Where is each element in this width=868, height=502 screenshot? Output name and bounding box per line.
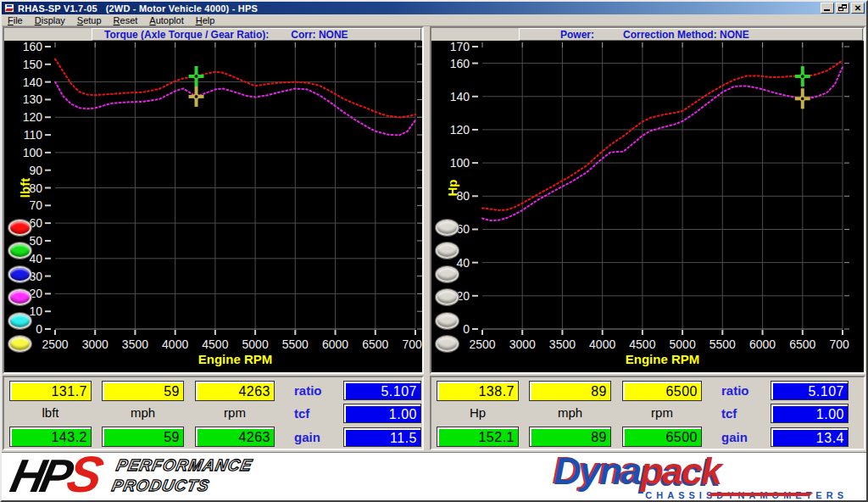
menu-item-file[interactable]: File xyxy=(2,14,29,26)
tcf-value-box: 1.00 xyxy=(771,404,849,423)
tcf-value: 1.00 xyxy=(773,406,848,422)
app-icon xyxy=(4,3,14,13)
menu-bar: File Display Setup Reset Autoplot Help xyxy=(2,14,866,26)
gain-value-box: 13.4 xyxy=(771,427,849,447)
rpm-unit-label: rpm xyxy=(622,405,702,420)
tcf-value: 1.00 xyxy=(346,406,420,422)
torque-chart-panel: Torque (Axle Torque / Gear Ratio): Corr:… xyxy=(3,26,424,374)
svg-text:6500: 6500 xyxy=(789,337,815,351)
torque-peak-speed-box: 59 xyxy=(102,427,184,447)
logo-band: HPS PERFORMANCE PRODUCTS Dynapack CHASSI… xyxy=(2,452,866,500)
torque-peak-value-box: 143.2 xyxy=(9,427,92,447)
restore-button[interactable] xyxy=(836,3,849,14)
svg-text:7000: 7000 xyxy=(829,337,849,351)
curve-select-button[interactable] xyxy=(436,243,459,259)
dynapack-logo-word: Dynapack xyxy=(554,454,853,489)
svg-text:4500: 4500 xyxy=(629,337,655,351)
torque-peak-value: 143.2 xyxy=(12,429,91,446)
gain-value: 13.4 xyxy=(773,430,848,446)
power-cursor-speed-box: 89 xyxy=(529,381,611,401)
torque-peak-speed: 59 xyxy=(104,429,183,446)
torque-cursor-rpm-box: 4263 xyxy=(195,381,275,401)
power-peak-value-box: 152.1 xyxy=(437,427,519,447)
torque-cursor-rpm: 4263 xyxy=(198,383,274,400)
svg-text:2500: 2500 xyxy=(42,337,68,351)
power-chart-title: Power: xyxy=(560,29,594,41)
speed-unit-label: mph xyxy=(102,405,184,420)
curve-select-button[interactable] xyxy=(8,289,31,305)
hps-logo-tagline: PERFORMANCE PRODUCTS xyxy=(110,455,254,496)
dynapack-logo: Dynapack CHASSIS DYNAMOMETERS xyxy=(554,454,853,500)
power-chart[interactable]: 0204060801001201401601702500300035004000… xyxy=(431,41,849,372)
power-chart-top-strip: Power: Correction Method: NONE xyxy=(431,28,864,41)
title-bar: RHAS-SP V1.7-05 (2WD - Motor Vehicle 400… xyxy=(2,2,866,14)
torque-chart[interactable]: 0102030405060708090100110120130140150160… xyxy=(4,41,422,372)
svg-text:5000: 5000 xyxy=(670,337,696,351)
svg-text:5000: 5000 xyxy=(242,337,269,351)
tcf-label: tcf xyxy=(294,406,309,421)
svg-text:5500: 5500 xyxy=(282,337,309,351)
menu-item-help[interactable]: Help xyxy=(190,14,221,26)
svg-text:6500: 6500 xyxy=(362,337,388,351)
svg-text:6000: 6000 xyxy=(322,337,348,351)
torque-chart-top-strip: Torque (Axle Torque / Gear Ratio): Corr:… xyxy=(4,28,422,41)
power-cursor-value: 138.7 xyxy=(439,383,518,400)
torque-peak-rpm-box: 4263 xyxy=(195,427,275,447)
svg-text:3000: 3000 xyxy=(509,337,536,351)
torque-cursor-speed-box: 59 xyxy=(102,381,184,401)
tcf-label: tcf xyxy=(721,406,737,421)
power-cursor-rpm-box: 6500 xyxy=(622,381,702,401)
power-peak-value: 152.1 xyxy=(439,429,518,446)
curve-select-button[interactable] xyxy=(436,220,459,236)
svg-text:6000: 6000 xyxy=(749,337,776,351)
curve-select-button[interactable] xyxy=(8,266,31,282)
torque-peak-rpm: 4263 xyxy=(198,429,274,446)
power-curve-buttons xyxy=(436,28,465,372)
menu-item-display[interactable]: Display xyxy=(29,14,71,26)
ratio-value: 5.107 xyxy=(773,383,848,399)
svg-text:4500: 4500 xyxy=(202,337,228,351)
ratio-label: ratio xyxy=(294,383,322,398)
app-window: RHAS-SP V1.7-05 (2WD - Motor Vehicle 400… xyxy=(0,0,868,502)
svg-text:4000: 4000 xyxy=(589,337,615,351)
power-peak-rpm-box: 6500 xyxy=(622,427,702,447)
svg-text:5500: 5500 xyxy=(709,337,736,351)
power-correction-label: Correction Method: NONE xyxy=(623,29,749,41)
curve-select-button[interactable] xyxy=(8,313,31,329)
torque-chart-title-bar: Torque (Axle Torque / Gear Ratio): Corr:… xyxy=(92,28,421,41)
curve-select-button[interactable] xyxy=(8,243,31,259)
power-chart-panel: Power: Correction Method: NONE 020406080… xyxy=(430,26,865,374)
curve-select-button[interactable] xyxy=(436,266,459,282)
power-chart-title-bar: Power: Correction Method: NONE xyxy=(519,28,863,41)
curve-select-button[interactable] xyxy=(8,220,31,236)
curve-select-button[interactable] xyxy=(8,336,31,352)
close-button[interactable]: ✕ xyxy=(851,3,865,14)
curve-select-button[interactable] xyxy=(436,313,459,329)
menu-item-reset[interactable]: Reset xyxy=(108,14,144,26)
curve-select-button[interactable] xyxy=(436,289,459,305)
torque-cursor-value: 131.7 xyxy=(12,383,91,400)
power-peak-speed: 89 xyxy=(531,429,610,446)
minimize-button[interactable] xyxy=(821,3,834,14)
svg-text:3500: 3500 xyxy=(122,337,148,351)
power-peak-rpm: 6500 xyxy=(625,429,701,446)
dynapack-swoosh xyxy=(708,493,813,496)
torque-unit-label: lbft xyxy=(9,405,92,420)
torque-cursor-speed: 59 xyxy=(104,383,183,400)
ratio-value-box: 5.107 xyxy=(343,381,421,400)
ratio-value-box: 5.107 xyxy=(771,381,849,400)
gain-value-box: 11.5 xyxy=(343,427,421,447)
torque-cursor-value-box: 131.7 xyxy=(9,381,92,401)
rpm-unit-label: rpm xyxy=(195,405,275,420)
ratio-value: 5.107 xyxy=(346,383,420,399)
dynapack-logo-caption: CHASSIS DYNAMOMETERS xyxy=(554,489,853,500)
curve-select-button[interactable] xyxy=(436,336,459,352)
svg-text:2500: 2500 xyxy=(469,337,495,351)
speed-unit-label: mph xyxy=(529,405,611,420)
menu-item-setup[interactable]: Setup xyxy=(71,14,108,26)
svg-text:3000: 3000 xyxy=(82,337,108,351)
hps-logo: HPS PERFORMANCE PRODUCTS xyxy=(12,454,250,497)
menu-item-autoplot[interactable]: Autoplot xyxy=(143,14,189,26)
svg-text:Engine RPM: Engine RPM xyxy=(626,352,700,366)
power-peak-speed-box: 89 xyxy=(529,427,611,447)
